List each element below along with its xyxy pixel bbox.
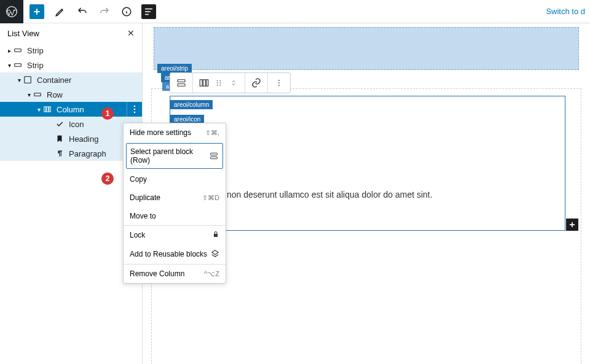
more-options-button[interactable] [268,73,290,93]
drag-icon[interactable] [213,77,225,89]
add-block-inline[interactable] [566,219,578,231]
tree-item-icon[interactable]: Icon [0,117,142,131]
tree-item-label: Paragraph [69,149,106,158]
menu-shortcut-icon [211,249,219,259]
svg-rect-7 [47,107,49,112]
menu-shortcut-icon [212,231,219,239]
undo-icon[interactable] [75,4,90,19]
tree-item-row[interactable]: ▾Row [0,87,142,102]
block-toolbar [170,72,291,93]
strip-icon [14,61,22,69]
topbar-left [0,0,159,23]
block-label: areoi/strip [157,64,192,73]
column-tag: areoi/column [170,100,213,109]
add-block-button[interactable] [30,4,44,19]
tree-item-strip[interactable]: ▸Strip [0,43,142,58]
tree-item-label: Container [37,76,71,85]
tree-item-column[interactable]: ▾Column [0,102,142,117]
tree-item-label: Icon [69,120,84,129]
svg-point-9 [134,106,136,107]
move-icon[interactable] [227,77,240,89]
menu-item[interactable]: Lock [124,226,226,244]
row-icon [33,90,42,99]
layout-controls[interactable] [193,73,245,93]
tree-item-label: Strip [27,46,44,55]
menu-item-label: Duplicate [130,193,160,202]
sidebar-header: List View ✕ [0,23,142,43]
item-options-button[interactable] [127,102,142,117]
bookmark-icon [55,134,64,143]
svg-point-0 [7,6,17,17]
svg-rect-4 [25,77,31,83]
block-tree: ▸Strip▾Strip▾Container▾Row▾ColumnIconHea… [0,43,142,161]
tree-item-strip[interactable]: ▾Strip [0,58,142,72]
menu-shortcut: ^⌥Z [204,270,219,278]
menu-item[interactable]: Add to Reusable blocks [124,244,226,264]
topbar: Switch to d [0,0,590,23]
menu-item-label: Lock [130,231,145,239]
menu-item-label: Remove Column [130,269,184,278]
tree-item-container[interactable]: ▾Container [0,72,142,87]
list-view-sidebar: List View ✕ ▸Strip▾Strip▾Container▾Row▾C… [0,23,143,364]
block-type-button[interactable] [170,73,193,93]
menu-item[interactable]: Duplicate⇧⌘D [124,188,226,207]
close-icon[interactable]: ✕ [127,28,135,38]
tree-item-paragraph[interactable]: Paragraph [0,146,142,161]
svg-point-23 [278,80,280,81]
chevron-right-icon[interactable]: ▸ [5,46,14,55]
svg-point-20 [219,80,221,82]
tree-item-heading[interactable]: Heading [0,131,142,146]
svg-rect-14 [200,80,202,87]
svg-rect-16 [206,80,208,87]
chevron-down-icon[interactable]: ▾ [15,76,23,84]
info-icon[interactable] [119,4,134,19]
menu-item[interactable]: Select parent block (Row) [126,143,223,169]
chevron-down-icon[interactable]: ▾ [34,105,43,114]
menu-item-label: Copy [130,175,147,184]
menu-item-label: Move to [130,212,156,220]
pilcrow-icon [55,149,64,158]
svg-point-22 [219,85,221,86]
svg-rect-6 [44,107,46,112]
chevron-down-icon[interactable]: ▾ [5,61,14,69]
svg-point-11 [134,112,136,114]
link-button[interactable] [245,73,268,93]
svg-rect-12 [178,80,185,82]
column-block[interactable]: areoi/column areoi/icon non deserunt ull… [170,96,565,231]
wordpress-logo[interactable] [0,0,23,23]
menu-shortcut: ⇧⌘, [205,129,219,137]
svg-point-21 [219,82,221,83]
menu-shortcut: ⇧⌘D [202,194,219,202]
callout-1: 1 [101,107,114,120]
link-icon [250,77,262,89]
block-options-menu: Hide more settings⇧⌘,Select parent block… [123,123,226,284]
svg-rect-5 [34,93,41,96]
tree-item-label: Column [57,105,84,114]
svg-point-19 [217,85,218,86]
strip-icon [14,46,22,55]
columns-icon[interactable] [198,77,210,89]
menu-item[interactable]: Move to [124,207,226,225]
sidebar-title: List View [7,29,39,38]
strip-block-preview[interactable] [154,27,579,70]
check-icon [55,120,64,128]
column-icon [43,105,52,114]
menu-item[interactable]: Remove Column^⌥Z [124,265,226,283]
callout-2: 2 [101,172,114,185]
menu-item[interactable]: Copy [124,170,226,188]
svg-rect-15 [203,80,206,87]
svg-rect-2 [15,49,22,52]
svg-rect-26 [211,153,218,155]
list-view-toggle[interactable] [141,4,156,19]
switch-editor-link[interactable]: Switch to d [546,7,590,16]
edit-icon[interactable] [53,4,68,19]
svg-rect-13 [178,84,185,87]
redo-icon[interactable] [97,4,112,19]
svg-point-18 [217,82,218,83]
paragraph-text[interactable]: non deserunt ullamco est sit aliqua dolo… [227,190,433,199]
svg-rect-3 [15,64,22,67]
chevron-down-icon[interactable]: ▾ [25,90,33,99]
menu-item[interactable]: Hide more settings⇧⌘, [124,123,226,142]
menu-shortcut-icon [209,151,219,161]
more-icon [273,77,285,89]
